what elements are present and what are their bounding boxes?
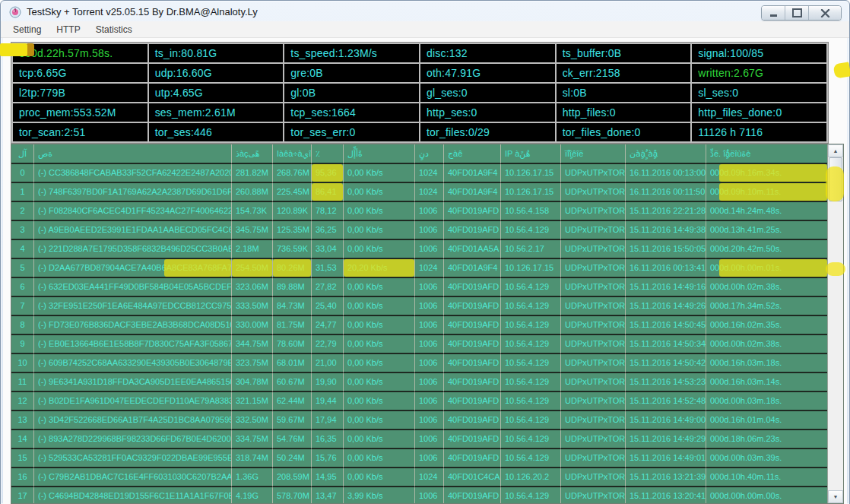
menu-item-statistics[interactable]: Statistics bbox=[88, 23, 140, 36]
minimize-button[interactable] bbox=[762, 6, 785, 20]
cell-proto: UDPxUTPxTOR bbox=[561, 278, 626, 297]
cell-hash: 40FD019AFD bbox=[444, 278, 501, 297]
cell-name: (-) CC386848FCABAB33F52CFA62422E2487A202… bbox=[34, 164, 232, 183]
cell-left: 000d.16h.03m.14s. bbox=[706, 373, 828, 392]
cell-num: 6 bbox=[11, 278, 34, 297]
torrent-row-5[interactable]: 5(-) D2AA677BD87904ACE7A40B6A8CE83A768FA… bbox=[11, 259, 828, 278]
cell-ip: 10.56.4.129 bbox=[501, 221, 561, 240]
cell-name: (-) C4694BD42848ED19D155F6C1E11A1A1F67F0… bbox=[34, 487, 232, 504]
stat-ts_buffer: ts_buffer:0B bbox=[557, 44, 691, 62]
cell-speed: 0,00 Kb/s bbox=[344, 430, 415, 449]
column-header-num[interactable]: لآ bbox=[11, 144, 34, 164]
cell-done: 62.44M bbox=[273, 392, 312, 411]
cell-num: 5 bbox=[11, 259, 34, 278]
cell-num: 7 bbox=[11, 297, 34, 316]
torrent-row-3[interactable]: 3(-) A9EB0AEED2E3991E1FDAA1AABECD05FC4C6… bbox=[11, 221, 828, 240]
menu-item-http[interactable]: HTTP bbox=[49, 23, 87, 36]
cell-hash: 40FD019AFD bbox=[444, 430, 501, 449]
cell-start: 15.11.2016 14:49:29 bbox=[626, 430, 706, 449]
column-header-port[interactable]: نٍد bbox=[415, 144, 444, 164]
cell-left: 000d.13h.41m.25s. bbox=[706, 221, 828, 240]
column-header-hash[interactable]: جàê bbox=[444, 144, 501, 164]
cell-left: 000d.00h.03m.39s. bbox=[706, 449, 828, 468]
column-header-start[interactable]: نàٍà ٌٍàًٍà bbox=[626, 144, 706, 164]
menu-item-setting[interactable]: Setting bbox=[5, 23, 49, 36]
cell-left: 000d.00h.00m.01s. bbox=[706, 259, 828, 278]
cell-name: (-) B02DE1FA961D047EEDECDEFD110AE79A8383 bbox=[34, 392, 232, 411]
cell-done: 68.01M bbox=[273, 354, 312, 373]
title-bar[interactable]: TestSky + Torrent v25.05.15 By Dr.BMA@Al… bbox=[1, 1, 849, 21]
column-header-size[interactable]: ذàçىهً bbox=[232, 144, 273, 164]
cell-pct: 22,79 bbox=[312, 335, 344, 354]
cell-proto: UDPxUTPxTOR bbox=[561, 240, 626, 259]
column-header-name[interactable]: صة bbox=[34, 144, 232, 164]
cell-ip: 10.126.17.15 bbox=[501, 164, 561, 183]
cell-left: 000d.09h.16m.34s. bbox=[706, 164, 828, 183]
cell-proto: UDPxUTPxTOR bbox=[561, 487, 626, 504]
column-header-ip[interactable]: IP àنًهٌ bbox=[501, 144, 561, 164]
cell-num: 12 bbox=[11, 392, 34, 411]
cell-name: (-) 529533CA53281FF0AC9329F022DBAE99E955… bbox=[34, 449, 232, 468]
cell-pct: 36,25 bbox=[312, 221, 344, 240]
cell-pct: 14,95 bbox=[312, 468, 344, 487]
cell-pct: 31,53 bbox=[312, 259, 344, 278]
torrent-row-10[interactable]: 10(-) 609B74252C68AA633290E439305B0E3064… bbox=[11, 354, 828, 373]
torrent-row-16[interactable]: 16(-) C79B2AB1DBAC7C16E4FF6031030C6207B2… bbox=[11, 468, 828, 487]
vertical-scrollbar[interactable]: ▲ ▼ bbox=[827, 144, 843, 503]
column-header-left[interactable]: دٍّë. îٌٍàëîùهًè bbox=[706, 144, 828, 164]
cell-size: 154.73K bbox=[232, 202, 273, 221]
scroll-up-button[interactable]: ▲ bbox=[828, 144, 843, 157]
cell-pct: 27,82 bbox=[312, 278, 344, 297]
stat-tor_ses_err: tor_ses_err:0 bbox=[284, 123, 419, 141]
cell-size: 254.50M bbox=[232, 259, 273, 278]
torrent-row-0[interactable]: 0(-) CC386848FCABAB33F52CFA62422E2487A20… bbox=[11, 164, 828, 183]
torrent-row-1[interactable]: 1(-) 748F6397BD0F1A1769A62A2A2387D69D61D… bbox=[11, 183, 828, 202]
cell-hash: 40FD019AFD bbox=[444, 202, 501, 221]
column-header-pct[interactable]: ٪ bbox=[312, 144, 344, 164]
cell-num: 17 bbox=[11, 487, 34, 504]
maximize-button[interactable] bbox=[785, 6, 808, 20]
cell-left: 000d.00h.02m.38s. bbox=[706, 335, 828, 354]
cell-port: 1006 bbox=[415, 202, 444, 221]
stat-http_files: http_files:0 bbox=[557, 103, 691, 122]
cell-proto: UDPxUTPxTOR bbox=[561, 430, 626, 449]
cell-num: 1 bbox=[11, 183, 34, 202]
cell-size: 1.36G bbox=[232, 468, 273, 487]
torrent-row-12[interactable]: 12(-) B02DE1FA961D047EEDECDEFD110AE79A83… bbox=[11, 392, 828, 411]
cell-name: (-) D2AA677BD87904ACE7A40B6A8CE83A768FA7 bbox=[34, 259, 232, 278]
stat-gre: gre:0B bbox=[284, 64, 419, 82]
cell-proto: UDPxUTPxTOR bbox=[561, 221, 626, 240]
torrent-row-14[interactable]: 14(-) 893A278D229968BF98233D66FD67B0E4D6… bbox=[11, 430, 828, 449]
cell-port: 1024 bbox=[415, 183, 444, 202]
cell-name: (-) 632ED03EA441FF49D0BF584B04E05A5BCDEF bbox=[34, 278, 232, 297]
cell-start: 16.11.2016 00:13:00 bbox=[626, 164, 706, 183]
cell-num: 0 bbox=[11, 164, 34, 183]
cell-hash: 40FD019AFD bbox=[444, 449, 501, 468]
torrent-row-17[interactable]: 17(-) C4694BD42848ED19D155F6C1E11A1A1F67… bbox=[11, 487, 828, 504]
torrent-row-15[interactable]: 15(-) 529533CA53281FF0AC9329F022DBAE99E9… bbox=[11, 449, 828, 468]
torrent-row-8[interactable]: 8(-) FD73E076B836DACF3EBE2AB3B68DCA08D51… bbox=[11, 316, 828, 335]
cell-num: 8 bbox=[11, 316, 34, 335]
cell-pct: 86,41 bbox=[312, 183, 344, 202]
torrent-row-2[interactable]: 2(-) F082840CF6ACEC4D1FF45234AC27F400646… bbox=[11, 202, 828, 221]
torrent-table: لآصةذàçىهًاàêà÷àيî٪لإٍّأةًنٍدجàêIP àنًهٌ… bbox=[11, 144, 844, 504]
torrent-row-7[interactable]: 7(-) 32FE951E250F1EA6E484A97EDCCB812CC97… bbox=[11, 297, 828, 316]
torrent-row-11[interactable]: 11(-) 9E6341A931D18FFDA3CA905D1EE0EA4865… bbox=[11, 373, 828, 392]
column-header-speed[interactable]: لإٍّأةً bbox=[344, 144, 415, 164]
scrollbar-thumb[interactable] bbox=[829, 157, 842, 201]
close-button[interactable] bbox=[808, 6, 841, 20]
stat-ts_in: ts_in:80.81G bbox=[149, 44, 284, 62]
cell-left: 000d.16h.01m.04s. bbox=[706, 411, 828, 430]
torrent-row-9[interactable]: 9(-) EB0E13664B6E1E58B8F7D830C75AFA3F058… bbox=[11, 335, 828, 354]
cell-speed: 0,00 Kb/s bbox=[344, 411, 415, 430]
cell-done: 59.67M bbox=[273, 411, 312, 430]
torrent-row-4[interactable]: 4(-) 221D288A7E1795D358F6832B496D25CC3B0… bbox=[11, 240, 828, 259]
column-header-proto[interactable]: ïًîٍîêîë bbox=[561, 144, 626, 164]
column-header-done[interactable]: اàêà÷àيî bbox=[273, 144, 312, 164]
scroll-down-button[interactable]: ▼ bbox=[828, 490, 843, 503]
torrent-row-13[interactable]: 13(-) 3D42F522668ED66A1B7F4A25D1BC8AA079… bbox=[11, 411, 828, 430]
cell-ip: 10.56.4.129 bbox=[501, 373, 561, 392]
cell-port: 1024 bbox=[415, 259, 444, 278]
cell-pct: 17,94 bbox=[312, 411, 344, 430]
torrent-row-6[interactable]: 6(-) 632ED03EA441FF49D0BF584B04E05A5BCDE… bbox=[11, 278, 828, 297]
